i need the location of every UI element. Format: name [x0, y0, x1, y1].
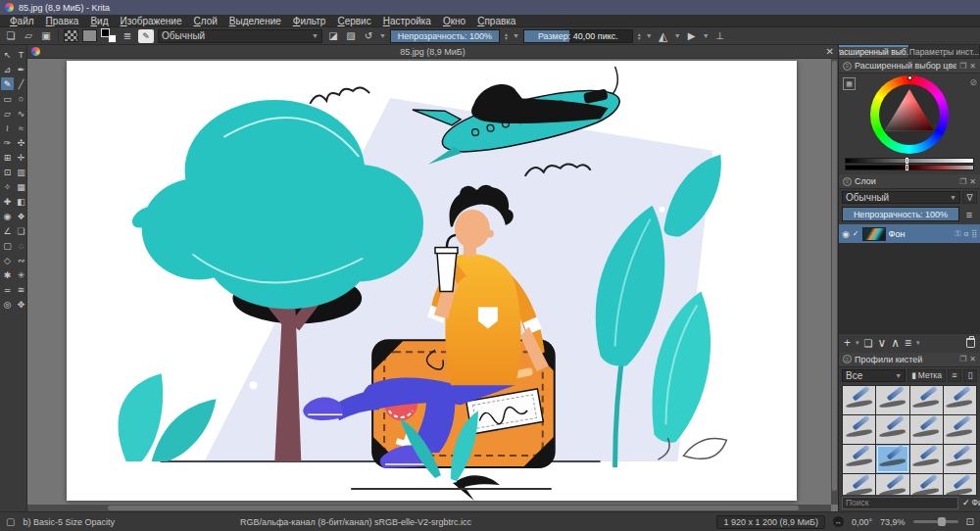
tool-move[interactable]: ✛ [15, 151, 27, 164]
tool-pattern-edit[interactable]: ▦ [15, 180, 27, 193]
move-layer-down-icon[interactable]: ∨ [878, 336, 887, 350]
canvas-hscrollbar[interactable] [27, 505, 831, 511]
brush-preset[interactable] [876, 415, 908, 444]
tool-line[interactable]: ╱ [15, 77, 27, 90]
tool-reference-images[interactable]: ❏ [15, 224, 27, 237]
menu-item-edit[interactable]: Правка [40, 15, 85, 27]
pattern-chooser[interactable] [82, 29, 97, 42]
mirror-horizontal-icon[interactable]: ◭ [657, 29, 670, 43]
tool-assistants[interactable]: ❖ [15, 210, 27, 222]
delete-layer-icon[interactable] [966, 338, 975, 348]
layer-lock-icon[interactable]: ⚿ [955, 229, 960, 239]
menu-item-layer[interactable]: Слой [187, 15, 222, 27]
save-document-icon[interactable]: ▣ [39, 29, 53, 43]
subwindow-titlebar[interactable]: 85.jpg (8,9 МиБ) ✕ [27, 45, 838, 59]
tab-tool-options[interactable]: Параметры инст... [909, 45, 980, 58]
menu-item-select[interactable]: Выделение [223, 15, 287, 27]
layer-properties-caret[interactable]: ▾ [916, 339, 920, 347]
tool-ellipse[interactable]: ○ [15, 92, 27, 105]
rotation-icon[interactable]: ↔ [833, 516, 844, 527]
tool-text[interactable]: T [15, 48, 27, 61]
tool-contiguous-select[interactable]: ✳ [15, 268, 27, 281]
layer-blending-select[interactable]: Обычный▼ [842, 191, 960, 204]
tool-bezier-select[interactable]: ≃ [1, 283, 14, 296]
tool-similar-select[interactable]: ✱ [1, 268, 14, 281]
brush-preset[interactable] [843, 386, 875, 414]
brush-preset[interactable] [910, 445, 943, 473]
gradient-chooser[interactable] [64, 29, 78, 42]
layer-inherit-alpha-icon[interactable]: ⣿ [971, 229, 977, 238]
duplicate-layer-icon[interactable]: ❏ [864, 338, 873, 349]
opacity-caret[interactable]: ▼ [513, 32, 519, 39]
menu-item-file[interactable]: Файл [4, 15, 40, 27]
brush-preset[interactable] [910, 415, 943, 444]
brush-menu-icon[interactable]: ≡ [843, 355, 852, 363]
list-view-icon[interactable]: ≡ [948, 369, 961, 382]
tag-button[interactable]: ▮ Метка [907, 369, 946, 382]
preserve-alpha-icon[interactable]: ▨ [344, 29, 358, 43]
layer-visibility-icon[interactable]: ◉ [842, 229, 850, 239]
tool-color-sampler[interactable]: ✧ [1, 180, 14, 193]
tool-bezier-curve[interactable]: ≀ [1, 121, 14, 134]
tool-magnetic-select[interactable]: ≅ [15, 283, 27, 296]
layers-menu-icon[interactable]: ≡ [843, 177, 852, 186]
layer-alpha-icon[interactable]: α [964, 229, 969, 238]
value-bar[interactable] [845, 158, 974, 164]
tool-pan[interactable]: ✥ [15, 298, 27, 311]
tool-rect-select[interactable]: ▢ [1, 239, 14, 252]
brush-float-icon[interactable]: ❐ [959, 355, 966, 363]
blending-mode-select[interactable]: Обычный▼ [158, 29, 322, 43]
tool-edit-shapes[interactable]: ⊿ [1, 63, 14, 75]
panel-menu-icon[interactable]: ≡ [843, 62, 852, 71]
tool-gradient[interactable]: ▥ [15, 166, 27, 178]
saturation-bar[interactable] [845, 165, 974, 170]
reload-preset-icon[interactable]: ↺ [362, 29, 375, 43]
layer-opacity-slider[interactable]: Непрозрачность: 100% [842, 207, 959, 221]
layer-row-background[interactable]: ◉ ✓ Фон ⚿ α ⣿ [839, 224, 980, 243]
selector-shape-icon[interactable]: ▦ [843, 77, 856, 90]
mirror2-caret[interactable]: ▼ [703, 32, 710, 39]
brush-preset[interactable] [944, 415, 976, 444]
float-panel-icon[interactable]: ❐ [959, 62, 966, 71]
brush-preset[interactable] [843, 445, 875, 473]
close-document-icon[interactable]: ✕ [826, 46, 834, 57]
tool-fill[interactable]: ◧ [15, 195, 27, 208]
layers-float-icon[interactable]: ❐ [959, 177, 966, 186]
brush-tag-select[interactable]: Все▼ [842, 369, 906, 382]
tool-zoom[interactable]: ◎ [1, 298, 14, 311]
menu-item-filter[interactable]: Фильтр [287, 15, 332, 27]
selection-shape-icon[interactable]: ▢ [6, 516, 15, 527]
new-document-icon[interactable]: ❏ [4, 29, 18, 43]
brush-preset[interactable] [876, 386, 908, 414]
size-spin[interactable]: ▲▼ [637, 32, 642, 40]
tool-freehand-select[interactable]: ∾ [15, 254, 27, 266]
tool-calligraphy[interactable]: ✒ [15, 63, 27, 75]
filter-by-tag-checkbox[interactable]: ✓ Фильтр по метке [962, 498, 980, 507]
tool-smart-patch[interactable]: ✚ [1, 195, 14, 208]
detail-view-icon[interactable]: ▯ [963, 369, 977, 382]
menu-item-image[interactable]: Изображение [114, 15, 187, 27]
brush-preset[interactable] [910, 386, 943, 414]
tool-freehand-path[interactable]: ≈ [15, 121, 27, 134]
brush-preset[interactable] [876, 474, 908, 496]
tool-enclose-fill[interactable]: ◉ [1, 210, 14, 222]
menu-item-settings[interactable]: Настройка [377, 15, 437, 27]
add-layer-caret[interactable]: ▾ [856, 339, 859, 347]
eraser-mode-icon[interactable]: ◪ [326, 29, 340, 43]
layer-options-icon[interactable]: ≡ [961, 209, 977, 220]
canvas-vscrollbar[interactable] [831, 59, 838, 505]
size-caret[interactable]: ▼ [646, 32, 653, 39]
brush-preset[interactable] [910, 474, 943, 496]
size-slider[interactable]: Размер: 40,00 пикс. [523, 29, 633, 43]
clear-history-icon[interactable]: ⊘ [969, 77, 977, 87]
canvas-page[interactable] [67, 61, 797, 501]
tool-polyline[interactable]: ∿ [15, 107, 27, 120]
fit-screen-icon[interactable]: ⊡ [966, 516, 974, 527]
add-layer-icon[interactable]: + [844, 336, 851, 350]
mirror-vertical-icon[interactable]: ▶ [685, 29, 699, 43]
zoom-slider[interactable] [913, 520, 958, 523]
brush-preset[interactable] [944, 474, 976, 496]
reload-caret[interactable]: ▼ [379, 32, 386, 39]
menu-item-window[interactable]: Окно [437, 15, 471, 27]
tool-dynamic-brush[interactable]: ✑ [1, 136, 14, 149]
